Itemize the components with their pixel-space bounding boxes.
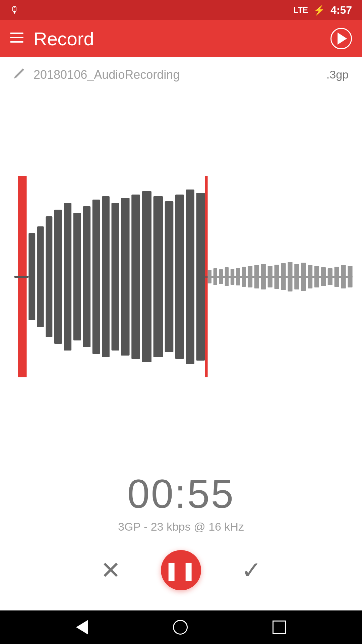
nav-bar — [0, 610, 362, 644]
home-button[interactable] — [173, 620, 188, 635]
timer-section: 00:55 3GP - 23 kbps @ 16 kHz — [0, 464, 362, 537]
status-bar: 🎙 LTE ⚡ 4:57 — [0, 0, 362, 20]
svg-rect-47 — [205, 276, 353, 278]
back-icon — [76, 620, 88, 635]
svg-rect-22 — [196, 193, 205, 361]
recording-info: 3GP - 23 kbps @ 16 kHz — [118, 520, 244, 533]
svg-rect-12 — [93, 200, 100, 354]
filename-row: .3gp — [0, 57, 362, 89]
svg-rect-15 — [121, 198, 130, 356]
microphone-icon: 🎙 — [10, 5, 19, 16]
status-time: 4:57 — [330, 4, 352, 16]
home-icon — [173, 620, 188, 635]
svg-rect-0 — [10, 33, 23, 34]
svg-rect-1 — [10, 37, 23, 38]
controls-row: ✕ ❚❚ ✓ — [0, 537, 362, 610]
app-bar: Record — [0, 20, 362, 57]
svg-rect-16 — [131, 195, 140, 359]
svg-rect-2 — [10, 41, 23, 43]
svg-rect-19 — [165, 201, 174, 352]
battery-icon: ⚡ — [313, 5, 325, 16]
confirm-button[interactable]: ✓ — [241, 556, 261, 584]
svg-rect-21 — [186, 190, 194, 364]
discard-button[interactable]: ✕ — [101, 556, 121, 584]
svg-rect-10 — [73, 213, 81, 340]
recents-button[interactable] — [273, 621, 286, 634]
discard-icon: ✕ — [101, 556, 121, 584]
svg-rect-6 — [37, 226, 44, 327]
filename-input[interactable] — [34, 68, 326, 82]
app-title: Record — [34, 28, 330, 50]
menu-icon[interactable] — [10, 32, 23, 46]
play-recordings-button[interactable] — [330, 28, 352, 49]
svg-rect-17 — [142, 191, 151, 362]
svg-rect-13 — [102, 196, 110, 357]
waveform-svg — [0, 176, 362, 377]
back-button[interactable] — [76, 620, 88, 635]
waveform-container — [0, 89, 362, 464]
svg-rect-7 — [46, 216, 52, 337]
pause-icon: ❚❚ — [164, 560, 198, 581]
lte-icon: LTE — [293, 5, 308, 15]
svg-rect-5 — [28, 233, 35, 320]
svg-rect-11 — [83, 206, 90, 347]
check-icon: ✓ — [241, 556, 261, 584]
edit-icon[interactable] — [13, 67, 25, 82]
pause-button[interactable]: ❚❚ — [161, 550, 201, 590]
svg-rect-18 — [154, 196, 163, 357]
file-extension: .3gp — [326, 68, 349, 81]
svg-rect-8 — [54, 210, 62, 344]
content-area: .3gp — [0, 57, 362, 610]
timer-display: 00:55 — [127, 471, 235, 517]
svg-rect-14 — [112, 203, 119, 351]
svg-rect-9 — [64, 203, 71, 351]
svg-rect-23 — [14, 276, 29, 278]
recents-icon — [273, 621, 286, 634]
svg-rect-20 — [175, 195, 184, 359]
